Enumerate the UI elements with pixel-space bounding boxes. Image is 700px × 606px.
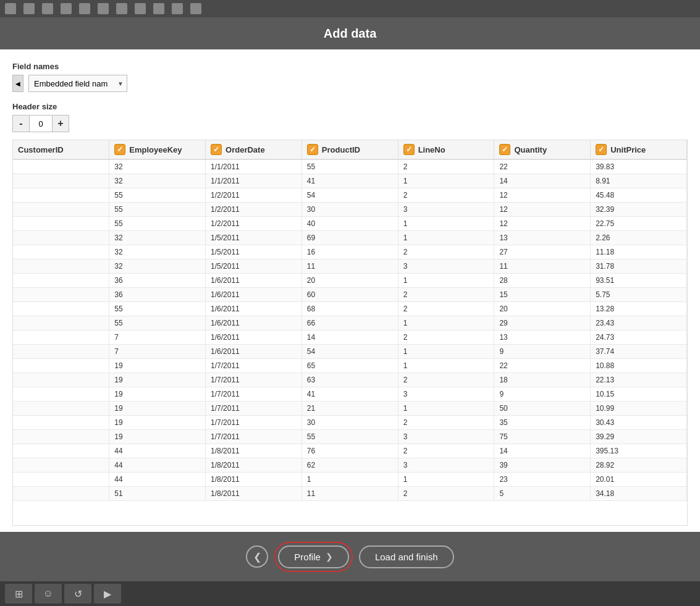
unitprice-checkbox[interactable] xyxy=(596,144,607,155)
cell-productid: 68 xyxy=(302,302,398,316)
table-row: 321/1/2011411148.91 xyxy=(13,174,687,188)
cell-lineno: 1 xyxy=(398,402,494,416)
cell-productid: 54 xyxy=(302,188,398,203)
employeekey-label: EmployeeKey xyxy=(129,145,182,154)
cell-productid: 21 xyxy=(302,402,398,416)
lineno-checkbox[interactable] xyxy=(403,144,415,155)
cell-unitprice: 10.99 xyxy=(591,402,687,416)
cell-unitprice: 13.28 xyxy=(591,302,687,316)
cell-employeekey: 32 xyxy=(109,159,206,174)
cell-employeekey: 19 xyxy=(109,387,206,402)
cell-lineno: 2 xyxy=(398,159,494,174)
cell-quantity: 14 xyxy=(494,174,591,188)
cell-quantity: 39 xyxy=(494,458,591,473)
toolbar-icon-10 xyxy=(172,3,183,14)
table-row: 361/6/2011602155.75 xyxy=(13,288,687,302)
cell-employeekey: 19 xyxy=(109,402,206,416)
cell-customerid xyxy=(13,430,109,444)
toolbar-icon-4 xyxy=(61,3,72,14)
cell-employeekey: 32 xyxy=(109,174,206,188)
orderdate-label: OrderDate xyxy=(226,145,265,154)
cell-orderdate: 1/6/2011 xyxy=(206,302,302,316)
orderdate-checkbox[interactable] xyxy=(211,144,222,155)
cell-productid: 30 xyxy=(302,416,398,430)
cell-orderdate: 1/7/2011 xyxy=(206,416,302,430)
cell-orderdate: 1/8/2011 xyxy=(206,473,302,487)
cell-unitprice: 28.92 xyxy=(591,458,687,473)
cell-customerid xyxy=(13,231,109,245)
cell-unitprice: 23.43 xyxy=(591,316,687,330)
col-header-productid: ProductID xyxy=(302,140,398,159)
cell-productid: 41 xyxy=(302,387,398,402)
cell-orderdate: 1/2/2011 xyxy=(206,203,302,217)
cell-orderdate: 1/5/2011 xyxy=(206,259,302,274)
toolbar-icon-9 xyxy=(153,3,164,14)
toolbar-icon-2 xyxy=(23,3,35,14)
cell-quantity: 50 xyxy=(494,402,591,416)
dropdown-left-arrow[interactable]: ◀ xyxy=(12,75,23,92)
prev-button[interactable]: ❮ xyxy=(246,545,268,568)
table-row: 191/7/20116512210.88 xyxy=(13,359,687,373)
table-row: 551/2/20115421245.48 xyxy=(13,188,687,203)
table-row: 441/8/201176214395.13 xyxy=(13,444,687,458)
cell-productid: 63 xyxy=(302,373,398,387)
cell-unitprice: 395.13 xyxy=(591,444,687,458)
employeekey-checkbox[interactable] xyxy=(114,144,125,155)
cell-customerid xyxy=(13,330,109,345)
cell-unitprice: 24.73 xyxy=(591,330,687,345)
cell-lineno: 2 xyxy=(398,373,494,387)
title-bar: Add data xyxy=(0,17,700,49)
page-title: Add data xyxy=(324,27,377,41)
cell-quantity: 20 xyxy=(494,302,591,316)
cell-orderdate: 1/8/2011 xyxy=(206,458,302,473)
cell-unitprice: 8.91 xyxy=(591,174,687,188)
col-header-lineno: LineNo xyxy=(398,140,494,159)
cell-customerid xyxy=(13,387,109,402)
cell-unitprice: 31.78 xyxy=(591,259,687,274)
quantity-checkbox[interactable] xyxy=(499,144,510,155)
cell-customerid xyxy=(13,316,109,330)
data-table-container: CustomerID EmployeeKey OrderDate xyxy=(12,140,688,526)
cell-customerid xyxy=(13,302,109,316)
cell-orderdate: 1/7/2011 xyxy=(206,387,302,402)
cell-customerid xyxy=(13,345,109,359)
cell-quantity: 12 xyxy=(494,188,591,203)
cell-orderdate: 1/7/2011 xyxy=(206,430,302,444)
cell-productid: 11 xyxy=(302,259,398,274)
toolbar-icon-7 xyxy=(116,3,127,14)
stepper-minus-button[interactable]: - xyxy=(12,115,30,132)
cell-quantity: 5 xyxy=(494,487,591,501)
col-header-unitprice: UnitPrice xyxy=(591,140,687,159)
stepper-plus-button[interactable]: + xyxy=(52,115,69,132)
taskbar-item-3[interactable]: ↺ xyxy=(64,584,91,604)
cell-employeekey: 7 xyxy=(109,330,206,345)
col-header-quantity: Quantity xyxy=(494,140,591,159)
cell-lineno: 1 xyxy=(398,316,494,330)
cell-employeekey: 19 xyxy=(109,359,206,373)
taskbar-item-4[interactable]: ▶ xyxy=(94,584,121,604)
table-row: 71/6/2011541937.74 xyxy=(13,345,687,359)
cell-lineno: 2 xyxy=(398,288,494,302)
taskbar: ⊞ ☺ ↺ ▶ xyxy=(0,581,700,606)
table-row: 71/6/20111421324.73 xyxy=(13,330,687,345)
table-row: 361/6/20112012893.51 xyxy=(13,274,687,288)
field-names-dropdown[interactable]: Embedded field nam No field names Custom xyxy=(28,75,127,92)
cell-orderdate: 1/5/2011 xyxy=(206,231,302,245)
field-names-label: Field names xyxy=(12,62,688,71)
cell-customerid xyxy=(13,373,109,387)
cell-employeekey: 55 xyxy=(109,302,206,316)
cell-productid: 41 xyxy=(302,174,398,188)
productid-checkbox[interactable] xyxy=(307,144,318,155)
toolbar-icon-1 xyxy=(5,3,16,14)
taskbar-item-2[interactable]: ☺ xyxy=(35,584,62,604)
cell-orderdate: 1/6/2011 xyxy=(206,345,302,359)
taskbar-item-1[interactable]: ⊞ xyxy=(5,584,32,604)
cell-quantity: 29 xyxy=(494,316,591,330)
cell-orderdate: 1/1/2011 xyxy=(206,159,302,174)
cell-quantity: 23 xyxy=(494,473,591,487)
load-finish-button[interactable]: Load and finish xyxy=(359,545,454,568)
cell-lineno: 3 xyxy=(398,387,494,402)
taskbar-icon-4: ▶ xyxy=(104,588,111,600)
table-row: 441/8/20116233928.92 xyxy=(13,458,687,473)
cell-unitprice: 22.75 xyxy=(591,217,687,231)
